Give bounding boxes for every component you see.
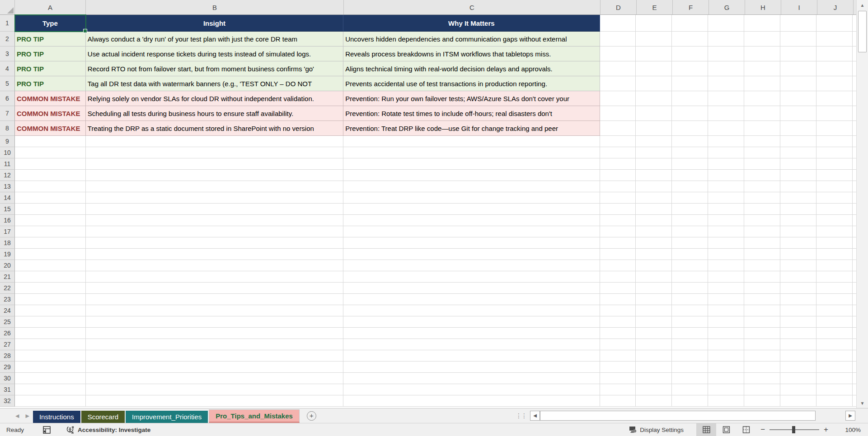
cell-H7[interactable]	[744, 106, 780, 121]
cell-H17[interactable]	[744, 226, 780, 237]
sheet-tab-instructions[interactable]: Instructions	[33, 411, 80, 423]
cell-C22[interactable]	[343, 283, 600, 294]
cell-B26[interactable]	[86, 328, 343, 339]
row-header-7[interactable]: 7	[0, 106, 15, 121]
cell-I1[interactable]	[780, 15, 816, 32]
cell-J21[interactable]	[816, 271, 853, 283]
cell-F32[interactable]	[672, 395, 708, 407]
cell-F15[interactable]	[672, 204, 708, 215]
cell-D16[interactable]	[600, 215, 636, 226]
cell-G20[interactable]	[708, 260, 744, 271]
cell-G6[interactable]	[708, 91, 744, 106]
row-header-18[interactable]: 18	[0, 237, 15, 249]
cell-A2[interactable]: PRO TIP	[15, 32, 86, 46]
cell-D4[interactable]	[600, 61, 636, 76]
column-header-h[interactable]: H	[745, 0, 781, 14]
cell-F3[interactable]	[672, 46, 708, 61]
cell-B17[interactable]	[86, 226, 343, 237]
cell-F2[interactable]	[672, 32, 708, 46]
cell-J10[interactable]	[816, 147, 853, 158]
cell-H9[interactable]	[744, 136, 780, 147]
cell-F30[interactable]	[672, 373, 708, 384]
cell-F28[interactable]	[672, 350, 708, 362]
cell-J14[interactable]	[816, 192, 853, 204]
cell-H3[interactable]	[744, 46, 780, 61]
cell-J11[interactable]	[816, 158, 853, 170]
row-header-24[interactable]: 24	[0, 305, 15, 316]
cell-A14[interactable]	[15, 192, 86, 204]
row-header-32[interactable]: 32	[0, 395, 15, 407]
row-header-13[interactable]: 13	[0, 181, 15, 192]
cell-D26[interactable]	[600, 328, 636, 339]
cell-C7[interactable]: Prevention: Rotate test times to include…	[343, 106, 600, 121]
cell-A31[interactable]	[15, 384, 86, 395]
column-header-e[interactable]: E	[637, 0, 673, 14]
horizontal-scroll-thumb[interactable]	[540, 411, 816, 421]
cell-E8[interactable]	[636, 121, 672, 136]
cell-I11[interactable]	[780, 158, 816, 170]
cell-J22[interactable]	[816, 283, 853, 294]
cell-G24[interactable]	[708, 305, 744, 316]
cell-G17[interactable]	[708, 226, 744, 237]
cell-A16[interactable]	[15, 215, 86, 226]
cell-E22[interactable]	[636, 283, 672, 294]
cell-C14[interactable]	[343, 192, 600, 204]
row-header-23[interactable]: 23	[0, 294, 15, 305]
cell-G11[interactable]	[708, 158, 744, 170]
cell-G1[interactable]	[708, 15, 744, 32]
row-header-21[interactable]: 21	[0, 271, 15, 283]
cell-F23[interactable]	[672, 294, 708, 305]
cell-D23[interactable]	[600, 294, 636, 305]
cell-D17[interactable]	[600, 226, 636, 237]
cell-F31[interactable]	[672, 384, 708, 395]
cell-J20[interactable]	[816, 260, 853, 271]
normal-view-button[interactable]	[696, 423, 716, 436]
cell-H14[interactable]	[744, 192, 780, 204]
cell-G16[interactable]	[708, 215, 744, 226]
column-header-j[interactable]: J	[817, 0, 854, 14]
cell-E16[interactable]	[636, 215, 672, 226]
cell-E27[interactable]	[636, 339, 672, 350]
cell-G10[interactable]	[708, 147, 744, 158]
cell-H1[interactable]	[744, 15, 780, 32]
cell-D11[interactable]	[600, 158, 636, 170]
cell-D25[interactable]	[600, 316, 636, 328]
cell-G12[interactable]	[708, 170, 744, 181]
cell-I26[interactable]	[780, 328, 816, 339]
cell-E19[interactable]	[636, 249, 672, 260]
zoom-slider[interactable]	[769, 429, 819, 430]
cell-A4[interactable]: PRO TIP	[15, 61, 86, 76]
cell-C5[interactable]: Prevents accidental use of test transact…	[343, 76, 600, 91]
sheet-tab-pro-tips-and-mistakes-active[interactable]: Pro_Tips_and_Mistakes	[209, 409, 300, 423]
zoom-in-button[interactable]: +	[819, 425, 833, 434]
cell-E12[interactable]	[636, 170, 672, 181]
scroll-up-icon[interactable]: ▲	[857, 0, 868, 10]
column-header-a[interactable]: A	[15, 0, 86, 14]
cell-J6[interactable]	[816, 91, 853, 106]
row-header-11[interactable]: 11	[0, 158, 15, 170]
cell-H5[interactable]	[744, 76, 780, 91]
cell-C4[interactable]: Aligns technical timing with real-world …	[343, 61, 600, 76]
cell-D19[interactable]	[600, 249, 636, 260]
cell-D12[interactable]	[600, 170, 636, 181]
vertical-scrollbar[interactable]: ▲ ▼	[856, 0, 868, 408]
row-header-6[interactable]: 6	[0, 91, 15, 106]
cell-C13[interactable]	[343, 181, 600, 192]
cell-I23[interactable]	[780, 294, 816, 305]
cell-G29[interactable]	[708, 362, 744, 373]
cell-A17[interactable]	[15, 226, 86, 237]
cell-H25[interactable]	[744, 316, 780, 328]
cell-E25[interactable]	[636, 316, 672, 328]
cell-A6[interactable]: COMMON MISTAKE	[15, 91, 86, 106]
cell-D20[interactable]	[600, 260, 636, 271]
cell-H4[interactable]	[744, 61, 780, 76]
cell-E13[interactable]	[636, 181, 672, 192]
cell-I9[interactable]	[780, 136, 816, 147]
cell-I14[interactable]	[780, 192, 816, 204]
cell-G4[interactable]	[708, 61, 744, 76]
cell-C2[interactable]: Uncovers hidden dependencies and communi…	[343, 32, 600, 46]
column-header-f[interactable]: F	[673, 0, 709, 14]
row-header-29[interactable]: 29	[0, 362, 15, 373]
cell-B12[interactable]	[86, 170, 343, 181]
cell-B31[interactable]	[86, 384, 343, 395]
